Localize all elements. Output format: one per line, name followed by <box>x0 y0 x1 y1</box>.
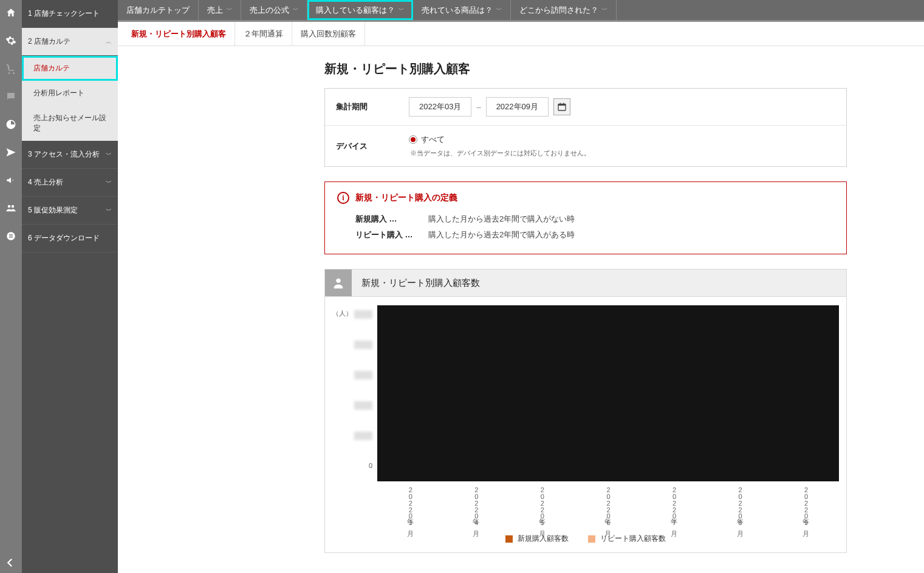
xtick: 2022年08月 <box>736 486 745 525</box>
xtick: 2022年07月 <box>669 486 679 525</box>
topnav-label: 購入している顧客は？ <box>316 5 395 16</box>
info-key: 新規購入 … <box>355 214 422 225</box>
device-label: デバイス <box>336 141 409 152</box>
info-box: i 新規・リピート購入の定義 新規購入 … 購入した月から過去2年間で購入がない… <box>324 181 847 254</box>
sidebar-sub-report[interactable]: 分析用レポート <box>22 81 118 106</box>
ytick-zero: 0 <box>354 462 372 470</box>
date-from[interactable]: 2022年03月 <box>409 97 471 117</box>
date-dash: – <box>476 103 481 112</box>
sidebar-item-download[interactable]: 6 データダウンロード <box>22 225 118 253</box>
legend-label: リピート購入顧客数 <box>600 534 666 544</box>
chevron-down-icon: ﹀ <box>293 6 298 14</box>
sidebar-item-label: 4 売上分析 <box>28 177 63 188</box>
legend-item-repeat: リピート購入顧客数 <box>588 534 666 544</box>
content: 新規・リピート別購入顧客 集計期間 2022年03月 – 2022年09月 <box>118 46 924 573</box>
sidebar-item-label: 2 店舗カルテ <box>28 36 70 47</box>
topnav-label: 店舗カルテトップ <box>126 5 190 16</box>
chevron-down-icon: ﹀ <box>106 151 112 159</box>
sidebar-item-checksheet[interactable]: 1 店舗チェックシート <box>22 0 118 28</box>
svg-rect-5 <box>558 104 566 106</box>
topnav-label: 売上の公式 <box>250 5 289 16</box>
sidebar-item-promo[interactable]: 5 販促効果測定 ﹀ <box>22 197 118 225</box>
sidebar-sub-label: 店舗カルテ <box>33 64 70 72</box>
page-title: 新規・リピート別購入顧客 <box>324 61 902 77</box>
chevron-down-icon: ﹀ <box>106 178 112 187</box>
topnav-item-visits[interactable]: どこから訪問された？ ﹀ <box>511 0 617 20</box>
gear-icon[interactable] <box>4 34 18 47</box>
sidebar-item-label: 3 アクセス・流入分析 <box>28 149 100 160</box>
info-line: リピート購入 … 購入した月から過去2年間で購入がある時 <box>337 227 834 243</box>
sidebar-item-label: 5 販促効果測定 <box>28 205 78 215</box>
svg-point-8 <box>336 279 340 283</box>
device-note: ※当データは、デバイス別データには対応しておりません。 <box>410 149 835 158</box>
legend-swatch <box>505 535 513 543</box>
subtab-label: 新規・リピート別購入顧客 <box>131 29 226 39</box>
subtab-new-repeat[interactable]: 新規・リピート別購入顧客 <box>123 22 235 46</box>
ytick-redacted <box>354 371 372 379</box>
info-line: 新規購入 … 購入した月から過去2年間で購入がない時 <box>337 211 834 227</box>
topnav-item-sales[interactable]: 売上 ﹀ <box>199 0 241 20</box>
sidebar-item-karte[interactable]: 2 店舗カルテ ︿ <box>22 28 118 56</box>
chart-xaxis: 2022年03月 2022年04月 2022年05月 2022年06月 2022… <box>332 481 839 525</box>
svg-rect-3 <box>9 237 13 238</box>
sidebar-sub-karte[interactable]: 店舗カルテ <box>22 56 118 81</box>
sidebar-item-sales[interactable]: 4 売上分析 ﹀ <box>22 169 118 197</box>
comment-icon[interactable] <box>4 90 18 103</box>
legend-item-new: 新規購入顧客数 <box>505 534 569 544</box>
xtick: 2022年04月 <box>471 486 481 525</box>
ytick-redacted <box>354 341 372 349</box>
sidebar-item-access[interactable]: 3 アクセス・流入分析 ﹀ <box>22 141 118 169</box>
chart-legend: 新規購入顧客数 リピート購入顧客数 <box>332 525 839 546</box>
device-value: すべて <box>421 134 445 145</box>
back-icon[interactable] <box>5 557 16 568</box>
icon-rail <box>0 0 22 573</box>
users-icon[interactable] <box>4 202 18 215</box>
ytick-redacted <box>354 432 372 440</box>
subtab-two-year[interactable]: ２年間通算 <box>235 22 292 46</box>
topnav-label: どこから訪問された？ <box>519 5 598 16</box>
period-label: 集計期間 <box>336 101 409 112</box>
topnav-item-top[interactable]: 店舗カルテトップ <box>118 0 199 20</box>
chevron-down-icon: ﹀ <box>399 6 404 14</box>
subtab-label: ２年間通算 <box>244 29 283 39</box>
chart-body: （人） 0 2022年03月 2022年04月 <box>324 297 847 553</box>
chevron-down-icon: ﹀ <box>227 6 232 14</box>
info-icon: i <box>337 192 349 204</box>
chart-y-unit: （人） <box>332 309 352 318</box>
chevron-down-icon: ﹀ <box>602 6 607 14</box>
topnav-item-formula[interactable]: 売上の公式 ﹀ <box>241 0 307 20</box>
list-icon[interactable] <box>4 229 18 243</box>
main: 店舗カルテトップ 売上 ﹀ 売上の公式 ﹀ 購入している顧客は？ ﹀ 売れている… <box>118 0 924 573</box>
pie-chart-icon[interactable] <box>4 118 18 131</box>
cart-icon[interactable] <box>4 62 18 75</box>
chart-card: 新規・リピート別購入顧客数 （人） 0 <box>324 269 847 553</box>
xtick: 2022年06月 <box>603 486 612 525</box>
topnav-item-customers[interactable]: 購入している顧客は？ ﹀ <box>307 0 413 20</box>
topnav-item-products[interactable]: 売れている商品は？ ﹀ <box>413 0 511 20</box>
topnav-label: 売れている商品は？ <box>422 5 493 16</box>
send-icon[interactable] <box>4 146 18 159</box>
calendar-button[interactable] <box>553 98 570 115</box>
chevron-up-icon: ︿ <box>106 38 112 46</box>
svg-rect-7 <box>563 103 564 104</box>
xtick: 2022年09月 <box>801 486 810 525</box>
sidebar-sub-mail[interactable]: 売上お知らせメール設定 <box>22 106 118 141</box>
chart-area: （人） 0 <box>332 305 839 481</box>
topnav-label: 売上 <box>207 5 223 16</box>
sidebar-item-label: 1 店舗チェックシート <box>28 8 100 19</box>
svg-rect-6 <box>560 103 561 104</box>
legend-label: 新規購入顧客数 <box>518 534 569 544</box>
device-radio-all[interactable]: すべて <box>409 134 835 145</box>
megaphone-icon[interactable] <box>4 174 18 187</box>
svg-rect-1 <box>9 234 13 235</box>
subtab-count[interactable]: 購入回数別顧客 <box>292 22 365 46</box>
chart-header: 新規・リピート別購入顧客数 <box>324 269 847 297</box>
chevron-down-icon: ﹀ <box>496 6 502 14</box>
sidebar: 1 店舗チェックシート 2 店舗カルテ ︿ 店舗カルテ 分析用レポート 売上お知… <box>22 0 118 573</box>
ytick-redacted <box>354 401 372 410</box>
home-icon[interactable] <box>4 6 18 19</box>
date-to[interactable]: 2022年09月 <box>486 97 549 117</box>
chart-title: 新規・リピート別購入顧客数 <box>361 271 480 295</box>
sidebar-sub-label: 分析用レポート <box>33 89 84 97</box>
filter-row-period: 集計期間 2022年03月 – 2022年09月 <box>325 89 846 126</box>
